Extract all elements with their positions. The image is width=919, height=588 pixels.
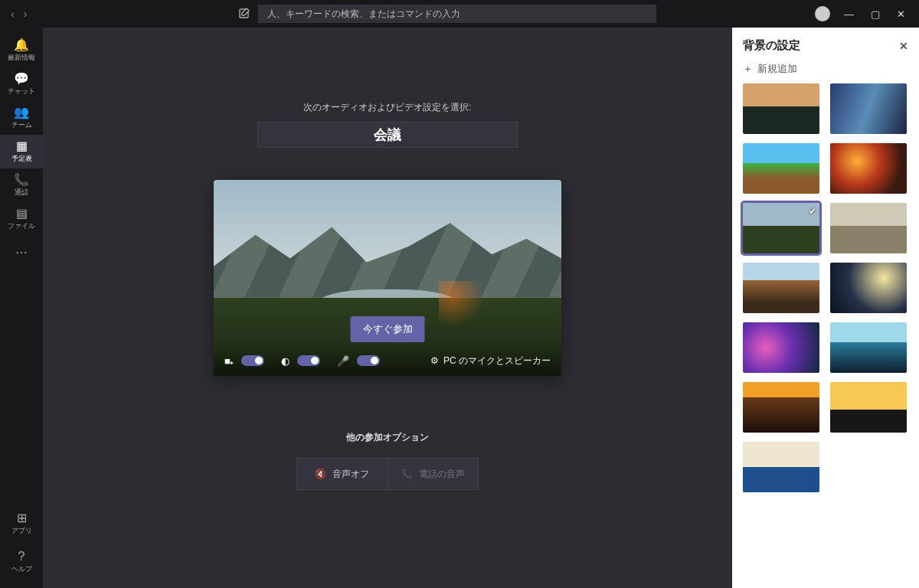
background-thumb[interactable] xyxy=(830,83,907,134)
mic-toggle[interactable] xyxy=(357,355,380,366)
background-thumb[interactable] xyxy=(743,83,819,134)
meeting-join-area: 次のオーディオおよびビデオ設定を選択: 会議 今すぐ参加 ■▸ ◐ 🎤 ⚙ xyxy=(43,28,732,588)
minimize-button[interactable]: ― xyxy=(844,8,854,20)
audio-off-label: 音声オフ xyxy=(332,468,369,481)
background-thumb[interactable] xyxy=(743,322,819,373)
background-thumb[interactable] xyxy=(830,143,907,194)
apps-icon: ⊞ xyxy=(17,512,27,524)
phone-audio-button[interactable]: 📞 電話の音声 xyxy=(388,459,479,489)
gear-icon: ⚙ xyxy=(430,355,439,366)
search-placeholder: 人、キーワードの検索、またはコマンドの入力 xyxy=(267,8,460,21)
check-icon: ✔ xyxy=(809,206,816,217)
audio-off-button[interactable]: 🔇 音声オフ xyxy=(297,459,388,489)
background-toggle[interactable] xyxy=(297,355,320,366)
other-options-title: 他の参加オプション xyxy=(346,431,429,444)
background-thumb[interactable] xyxy=(743,263,819,313)
close-panel-button[interactable]: ✕ xyxy=(899,40,908,52)
avatar[interactable] xyxy=(815,6,830,21)
calendar-icon: ▦ xyxy=(16,140,28,152)
background-thumb[interactable] xyxy=(830,382,907,433)
chat-icon: 💬 xyxy=(14,73,29,85)
search-input[interactable]: 人、キーワードの検索、またはコマンドの入力 xyxy=(258,5,656,23)
background-thumb-selected[interactable]: ✔ xyxy=(743,203,819,253)
nav-calls[interactable]: 📞 通話 xyxy=(0,168,43,202)
speaker-off-icon: 🔇 xyxy=(315,469,326,479)
background-thumb[interactable] xyxy=(830,322,907,373)
video-preview: 今すぐ参加 ■▸ ◐ 🎤 ⚙ PC のマイクとスピーカー xyxy=(214,180,561,376)
panel-title: 背景の設定 xyxy=(743,38,800,53)
join-now-button[interactable]: 今すぐ参加 xyxy=(351,316,425,342)
nav-label: ファイル xyxy=(8,221,35,231)
nav-label: ヘルプ xyxy=(11,564,32,574)
nav-label: アプリ xyxy=(11,526,32,536)
nav-label: 最新情報 xyxy=(8,53,35,63)
plus-icon: ＋ xyxy=(743,62,753,76)
add-new-background-button[interactable]: ＋ 新規追加 xyxy=(743,62,908,76)
left-nav: 🔔 最新情報 💬 チャット 👥 チーム ▦ 予定表 📞 通話 ▤ ファイル xyxy=(0,28,43,588)
nav-label: 予定表 xyxy=(11,154,32,164)
background-thumb[interactable] xyxy=(743,143,819,194)
nav-chat[interactable]: 💬 チャット xyxy=(0,67,43,101)
maximize-button[interactable]: ▢ xyxy=(871,8,880,20)
mic-icon: 🎤 xyxy=(337,355,349,367)
file-icon: ▤ xyxy=(16,207,28,220)
back-button[interactable]: ‹ xyxy=(11,8,15,20)
camera-toggle[interactable] xyxy=(241,355,264,366)
teams-icon: 👥 xyxy=(14,106,29,119)
background-thumb[interactable] xyxy=(830,203,907,253)
nav-apps[interactable]: ⊞ アプリ xyxy=(0,507,43,541)
nav-teams[interactable]: 👥 チーム xyxy=(0,101,43,135)
audio-device-picker[interactable]: ⚙ PC のマイクとスピーカー xyxy=(430,354,551,368)
camera-icon: ■▸ xyxy=(224,355,234,367)
background-thumb[interactable] xyxy=(830,263,907,313)
add-new-label: 新規追加 xyxy=(757,62,797,76)
help-icon: ? xyxy=(18,550,25,563)
phone-icon: 📞 xyxy=(401,469,413,479)
nav-calendar[interactable]: ▦ 予定表 xyxy=(0,135,43,168)
more-icon: ⋯ xyxy=(15,247,28,259)
compose-icon[interactable] xyxy=(238,8,250,20)
nav-more[interactable]: ⋯ xyxy=(0,236,43,270)
forward-button[interactable]: › xyxy=(24,8,28,20)
background-settings-panel: 背景の設定 ✕ ＋ 新規追加 ✔ xyxy=(732,28,919,588)
nav-activity[interactable]: 🔔 最新情報 xyxy=(0,34,43,67)
nav-files[interactable]: ▤ ファイル xyxy=(0,202,43,236)
nav-help[interactable]: ? ヘルプ xyxy=(0,545,43,579)
meeting-title-input[interactable]: 会議 xyxy=(257,122,518,148)
meeting-subtitle: 次のオーディオおよびビデオ設定を選択: xyxy=(303,101,471,114)
nav-label: 通話 xyxy=(15,188,28,198)
background-thumb[interactable] xyxy=(743,382,819,433)
background-thumb[interactable] xyxy=(743,442,819,492)
meeting-title-text: 会議 xyxy=(374,126,401,144)
blur-icon: ◐ xyxy=(281,355,289,367)
bell-icon: 🔔 xyxy=(14,39,29,51)
nav-label: チーム xyxy=(11,120,32,130)
audio-device-label: PC のマイクとスピーカー xyxy=(443,354,551,368)
nav-label: チャット xyxy=(8,87,35,96)
phone-icon: 📞 xyxy=(14,174,29,186)
phone-audio-label: 電話の音声 xyxy=(419,468,465,481)
close-button[interactable]: ✕ xyxy=(897,8,905,20)
